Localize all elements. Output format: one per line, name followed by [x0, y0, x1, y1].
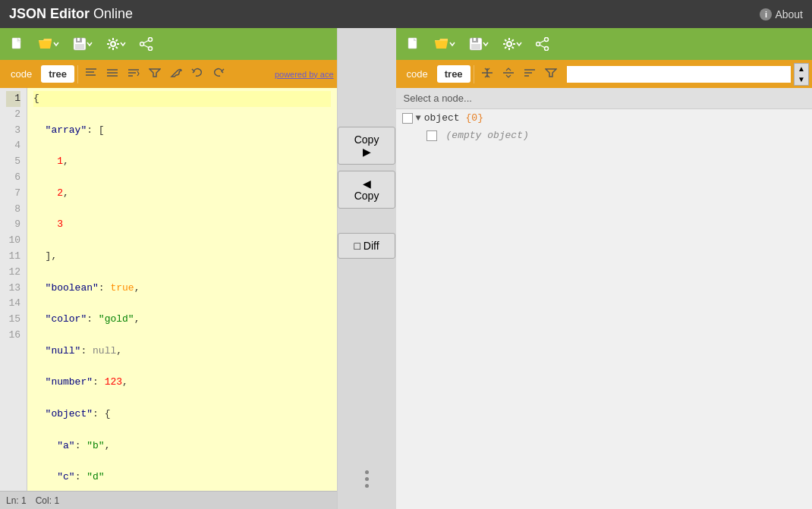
dot-3: [365, 484, 369, 488]
redo-button[interactable]: [209, 65, 228, 83]
ln-status: Ln: 1: [6, 495, 27, 506]
left-open-button[interactable]: [33, 34, 64, 54]
select-node-bar: Select a node...: [396, 88, 812, 109]
middle-buttons-panel: Copy ▶ ◀ Copy □ Diff: [338, 28, 396, 509]
top-bar: JSON Editor Online i About: [0, 0, 812, 28]
svg-point-8: [149, 47, 153, 51]
right-sort-button[interactable]: [520, 65, 540, 83]
right-tree-tab[interactable]: tree: [437, 65, 471, 83]
empty-object-label: (empty object): [446, 130, 529, 141]
svg-marker-21: [149, 69, 160, 77]
format-compact-icon: [106, 68, 118, 78]
app-title-bold: JSON Editor: [9, 6, 90, 21]
filter-icon: [149, 68, 161, 78]
share-icon: [140, 37, 153, 51]
tree-area: Select a node... ▼ object {0} (empty obj…: [396, 88, 812, 509]
collapse-all-icon: [502, 68, 515, 78]
sort-button[interactable]: [124, 65, 143, 83]
wrench-icon: [170, 68, 182, 78]
info-icon: i: [760, 8, 772, 20]
svg-rect-5: [75, 44, 84, 49]
expand-all-button[interactable]: [477, 65, 497, 83]
dot-2: [365, 477, 369, 481]
object-checkbox[interactable]: [402, 113, 413, 124]
object-type-label: {0}: [466, 112, 483, 124]
dot-1: [365, 470, 369, 474]
object-label: object: [424, 112, 460, 124]
right-panel: code tree: [396, 28, 812, 509]
svg-point-30: [544, 47, 548, 51]
code-lines-container: 1 23456 7891011 1213141516 { "array": [ …: [0, 88, 337, 491]
right-settings-button[interactable]: [498, 34, 527, 54]
status-bar: Ln: 1 Col: 1: [0, 491, 337, 509]
right-settings-chevron-icon: [516, 41, 522, 47]
svg-point-7: [149, 38, 153, 42]
left-save-button[interactable]: [68, 34, 97, 54]
main-layout: code tree: [0, 28, 812, 509]
right-code-tab[interactable]: code: [399, 65, 436, 83]
select-node-label: Select a node...: [404, 93, 472, 104]
svg-marker-40: [546, 69, 556, 77]
right-separator: [474, 65, 474, 83]
right-open-button[interactable]: [430, 34, 460, 54]
separator-1: [77, 65, 78, 83]
right-save-chevron-icon: [483, 41, 489, 47]
svg-point-31: [536, 42, 540, 46]
right-new-button[interactable]: [402, 34, 425, 54]
sort-icon: [127, 68, 140, 78]
diff-button[interactable]: □ Diff: [338, 233, 395, 259]
right-sort-icon: [524, 68, 536, 78]
app-title: JSON Editor Online: [9, 6, 133, 22]
about-label: About: [775, 8, 803, 20]
code-editor[interactable]: 1 23456 7891011 1213141516 { "array": [ …: [0, 88, 337, 491]
save-icon: [73, 37, 87, 51]
svg-line-11: [143, 45, 149, 48]
new-file-icon: [11, 37, 24, 51]
expand-all-icon: [481, 68, 493, 78]
svg-point-28: [507, 42, 511, 46]
left-tree-tab[interactable]: tree: [41, 65, 74, 83]
tree-expand-arrow[interactable]: ▼: [416, 113, 421, 124]
svg-line-33: [540, 45, 545, 48]
right-save-button[interactable]: [464, 34, 493, 54]
filter-button[interactable]: [145, 65, 165, 83]
search-next-button[interactable]: ▼: [795, 74, 808, 85]
chevron-down-icon: [53, 41, 59, 47]
svg-rect-26: [474, 38, 476, 41]
left-share-button[interactable]: [135, 34, 158, 54]
right-filter-button[interactable]: [541, 65, 561, 83]
right-filter-icon: [545, 68, 557, 78]
collapse-all-button[interactable]: [499, 65, 518, 83]
copy-left-button[interactable]: ◀ Copy: [338, 171, 395, 209]
search-input[interactable]: [565, 64, 792, 84]
svg-point-6: [111, 42, 115, 46]
left-settings-button[interactable]: [102, 34, 131, 54]
undo-button[interactable]: [187, 65, 207, 83]
right-share-button[interactable]: [531, 34, 554, 54]
left-toolbar: [0, 28, 337, 60]
empty-checkbox[interactable]: [426, 130, 437, 141]
right-toolbar: [396, 28, 812, 60]
left-code-tab[interactable]: code: [3, 65, 39, 83]
format-compact-button[interactable]: [102, 65, 122, 83]
repair-button[interactable]: [166, 65, 186, 83]
copy-right-button[interactable]: Copy ▶: [338, 127, 395, 165]
line-numbers: 1 23456 7891011 1213141516: [0, 88, 27, 491]
left-new-button[interactable]: [6, 34, 29, 54]
right-subtoolbar: code tree: [396, 60, 812, 88]
format-all-button[interactable]: [81, 65, 101, 83]
undo-icon: [191, 68, 203, 78]
svg-rect-27: [471, 44, 480, 49]
right-new-file-icon: [407, 37, 420, 51]
settings-chevron-icon: [120, 41, 126, 47]
svg-rect-4: [77, 38, 80, 41]
gear-icon: [106, 37, 120, 51]
powered-by-ace[interactable]: powered by ace: [275, 70, 334, 79]
right-gear-icon: [502, 37, 516, 51]
about-button[interactable]: i About: [760, 8, 803, 20]
code-text[interactable]: { "array": [ 1, 2, 3 ], "boolean": true,…: [27, 88, 337, 491]
app-title-light: Online: [90, 6, 133, 21]
redo-icon: [212, 68, 225, 78]
search-prev-button[interactable]: ▲: [795, 64, 808, 74]
bottom-spacer: [365, 265, 369, 509]
